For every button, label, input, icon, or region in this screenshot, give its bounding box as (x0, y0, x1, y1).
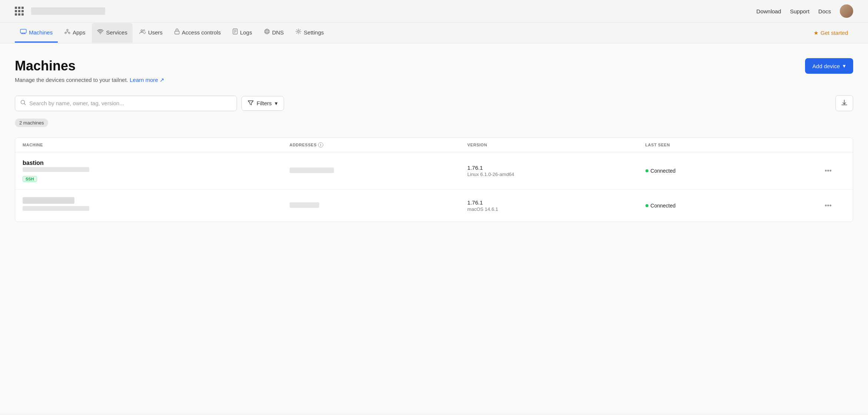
svg-point-5 (65, 32, 66, 34)
address-cell-2 (290, 202, 467, 209)
gear-icon (296, 29, 301, 36)
page-title-section: Machines Manage the devices connected to… (15, 58, 164, 83)
services-label: Services (106, 29, 127, 36)
filters-button[interactable]: Filters ▾ (241, 96, 284, 111)
docs-link[interactable]: Docs (818, 8, 831, 14)
os-info-2: macOS 14.6.1 (467, 206, 645, 212)
col-last-seen: Last Seen (645, 142, 823, 147)
os-info-1: Linux 6.1.0-26-amd64 (467, 172, 645, 177)
svg-point-4 (67, 29, 68, 31)
table-row: 1.76.1 macOS 14.6.1 Connected ••• (15, 190, 853, 222)
svg-point-11 (141, 30, 143, 32)
actions-cell-2: ••• (823, 200, 845, 211)
top-bar-left (15, 7, 105, 16)
services-icon (97, 29, 104, 36)
version-number-1: 1.76.1 (467, 165, 645, 171)
address-blurred-1 (290, 167, 334, 173)
nav-item-services[interactable]: Services (92, 23, 133, 43)
col-actions (823, 142, 845, 147)
get-started-label: Get started (821, 30, 848, 36)
subtitle-text: Manage the devices connected to your tai… (15, 77, 128, 83)
status-label-2: Connected (651, 203, 676, 209)
nav-item-machines[interactable]: Machines (15, 23, 58, 43)
table-row: bastion SSH 1.76.1 Linux 6.1.0-26-amd64 … (15, 152, 853, 190)
get-started-btn[interactable]: ★ Get started (808, 24, 853, 42)
more-options-button-2[interactable]: ••• (823, 200, 833, 211)
machine-cell-1: bastion SSH (23, 160, 290, 182)
lock-icon (174, 29, 180, 36)
nav-item-logs[interactable]: Logs (227, 23, 257, 43)
machine-tags-1: SSH (23, 175, 290, 182)
nav-item-access-controls[interactable]: Access controls (169, 23, 226, 43)
export-button[interactable] (835, 95, 853, 111)
search-icon (20, 100, 26, 107)
dns-label: DNS (272, 29, 284, 36)
apps-label: Apps (73, 29, 85, 36)
status-connected-2: Connected (645, 203, 823, 209)
svg-rect-13 (175, 31, 179, 34)
grid-icon[interactable] (15, 7, 24, 16)
svg-point-10 (100, 33, 101, 34)
search-filter-row: Filters ▾ (15, 95, 853, 111)
svg-line-9 (67, 32, 69, 32)
page-title: Machines (15, 58, 164, 74)
star-icon: ★ (814, 30, 818, 36)
avatar-image (840, 4, 853, 18)
svg-line-24 (24, 103, 26, 105)
support-link[interactable]: Support (790, 8, 809, 14)
address-blurred-2 (290, 202, 319, 208)
status-cell-2: Connected (645, 203, 823, 209)
filters-chevron-icon: ▾ (275, 100, 278, 107)
nav-item-dns[interactable]: DNS (259, 23, 289, 43)
add-device-button[interactable]: Add device ▾ (805, 58, 853, 74)
logs-icon (233, 29, 238, 36)
owner-blurred-2 (23, 206, 89, 211)
svg-point-6 (69, 32, 70, 34)
access-controls-label: Access controls (182, 29, 221, 36)
actions-cell-1: ••• (823, 166, 845, 176)
search-box[interactable] (15, 96, 237, 111)
logs-label: Logs (240, 29, 252, 36)
version-cell-2: 1.76.1 macOS 14.6.1 (467, 199, 645, 212)
machines-table: Machine Addresses i Version Last Seen ba… (15, 137, 853, 222)
top-bar: Download Support Docs (0, 0, 868, 23)
chevron-down-icon: ▾ (843, 63, 846, 69)
apps-icon (64, 29, 70, 36)
brand-logo (31, 7, 105, 15)
globe-icon (264, 29, 270, 36)
download-icon (841, 99, 848, 107)
top-bar-right: Download Support Docs (757, 4, 853, 18)
table-header: Machine Addresses i Version Last Seen (15, 138, 853, 152)
svg-point-19 (266, 29, 268, 34)
address-cell-1 (290, 167, 467, 175)
main-content: Machines Manage the devices connected to… (0, 43, 868, 414)
nav-item-users[interactable]: Users (134, 23, 168, 43)
col-addresses: Addresses i (290, 142, 467, 147)
nav-item-settings[interactable]: Settings (290, 23, 329, 43)
machine-count-badge: 2 machines (15, 119, 48, 127)
svg-point-12 (143, 30, 145, 31)
users-label: Users (148, 29, 163, 36)
filters-label: Filters (257, 100, 272, 106)
filter-icon (248, 100, 254, 106)
avatar[interactable] (840, 4, 853, 18)
add-device-label: Add device (812, 63, 840, 69)
download-link[interactable]: Download (757, 8, 781, 14)
nav-item-apps[interactable]: Apps (59, 23, 90, 43)
col-machine: Machine (23, 142, 290, 147)
machines-label: Machines (29, 29, 53, 36)
svg-point-18 (264, 29, 269, 34)
owner-blurred-1 (23, 167, 89, 172)
learn-more-link[interactable]: Learn more ↗ (130, 77, 164, 83)
users-icon (139, 29, 146, 36)
more-options-button-1[interactable]: ••• (823, 166, 833, 176)
svg-point-22 (298, 31, 300, 33)
machine-cell-2 (23, 197, 290, 214)
machine-owner-1 (23, 167, 290, 173)
search-input[interactable] (29, 100, 231, 106)
addresses-info-icon[interactable]: i (318, 142, 323, 147)
status-dot-1 (645, 169, 648, 172)
nav-bar: Machines Apps Services (0, 23, 868, 43)
name-blurred-2 (23, 197, 74, 204)
version-number-2: 1.76.1 (467, 199, 645, 206)
